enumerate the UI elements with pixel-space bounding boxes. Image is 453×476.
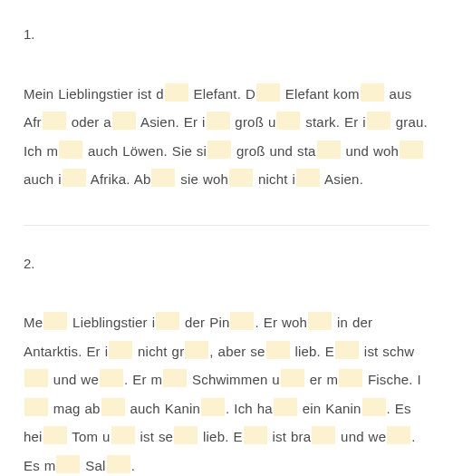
cloze-blank[interactable] [274,398,297,416]
cloze-blank[interactable] [43,426,67,444]
cloze-blank[interactable] [163,369,187,387]
text-fragment: Afrika. Ab [87,171,151,187]
cloze-blank[interactable] [24,398,48,416]
text-fragment: mag ab [49,401,101,416]
text-fragment: ist schw [360,344,414,359]
text-fragment: . [131,458,135,473]
text-fragment: stark. Er i [301,114,365,130]
section-divider [24,225,429,226]
cloze-blank[interactable] [101,398,125,416]
text-fragment: nicht gr [133,344,184,359]
text-fragment: groß u [231,114,276,130]
text-fragment: lieb. E [198,429,242,444]
cloze-blank[interactable] [296,169,320,187]
text-fragment: oder a [67,114,111,130]
text-fragment: lieb. E [291,344,334,359]
cloze-passage: Me Lieblingstier i der Pin. Er woh in de… [24,308,429,476]
cloze-blank[interactable] [230,312,254,330]
text-fragment: . Ich ha [226,401,273,416]
text-fragment: groß und sta [232,143,315,159]
cloze-blank[interactable] [112,112,136,130]
cloze-blank[interactable] [165,83,188,102]
cloze-blank[interactable] [308,312,332,330]
cloze-blank[interactable] [111,426,135,444]
text-fragment: auch i [24,171,62,187]
text-fragment: der Pin [180,315,229,330]
cloze-blank[interactable] [43,112,66,130]
text-fragment: Asien. [321,171,363,187]
cloze-blank[interactable] [281,369,304,387]
cloze-blank[interactable] [109,341,132,359]
text-fragment: ist bra [268,429,312,444]
cloze-blank[interactable] [229,169,253,187]
cloze-blank[interactable] [400,141,423,159]
question-number: 1. [24,20,429,49]
cloze-blank[interactable] [362,398,386,416]
text-fragment: Mein Lieblingstier ist d [24,86,164,102]
cloze-blank[interactable] [207,112,230,130]
cloze-blank[interactable] [256,83,280,102]
cloze-blank[interactable] [24,369,48,387]
text-fragment: Asien. Er i [137,114,206,130]
cloze-blank[interactable] [201,398,225,416]
text-fragment: und we [336,429,386,444]
cloze-blank[interactable] [266,341,290,359]
text-fragment: auch Löwen. Sie si [83,143,207,159]
cloze-passage: Mein Lieblingstier ist d Elefant. D Elef… [24,80,429,194]
text-fragment: er m [305,372,338,387]
text-fragment: sie woh [176,171,228,187]
text-fragment: Sal [81,458,105,473]
cloze-blank[interactable] [59,141,82,159]
cloze-blank[interactable] [312,426,335,444]
text-fragment: , aber se [209,344,265,359]
cloze-blank[interactable] [367,112,390,130]
cloze-blank[interactable] [361,83,384,102]
cloze-blank[interactable] [100,369,123,387]
text-fragment: . Er m [124,372,162,387]
text-fragment: Schwimmen u [188,372,280,387]
cloze-blank[interactable] [63,169,86,187]
cloze-blank[interactable] [244,426,267,444]
text-fragment: Elefant kom [281,86,360,102]
text-fragment: Fische. I [363,372,421,387]
cloze-blank[interactable] [335,341,359,359]
text-fragment: Me [24,315,43,330]
text-fragment: ein Kanin [298,401,361,416]
question-number: 2. [24,249,429,278]
text-fragment: . Er woh [255,315,307,330]
text-fragment: Elefant. D [189,86,255,102]
cloze-blank[interactable] [276,112,300,130]
cloze-blank[interactable] [207,141,231,159]
text-fragment: Tom u [68,429,111,444]
cloze-blank[interactable] [185,341,208,359]
cloze-blank[interactable] [339,369,362,387]
text-fragment: auch Kanin [126,401,200,416]
cloze-blank[interactable] [151,169,175,187]
text-fragment: Lieblingstier i [68,315,155,330]
cloze-blank[interactable] [174,426,198,444]
cloze-blank[interactable] [43,312,67,330]
text-fragment: und woh [342,143,399,159]
text-fragment: nicht i [254,171,295,187]
text-fragment: ist se [136,429,174,444]
text-fragment: und we [49,372,99,387]
cloze-blank[interactable] [56,455,80,473]
cloze-blank[interactable] [317,141,341,159]
cloze-blank[interactable] [156,312,179,330]
cloze-blank[interactable] [107,455,130,473]
cloze-blank[interactable] [387,426,410,444]
